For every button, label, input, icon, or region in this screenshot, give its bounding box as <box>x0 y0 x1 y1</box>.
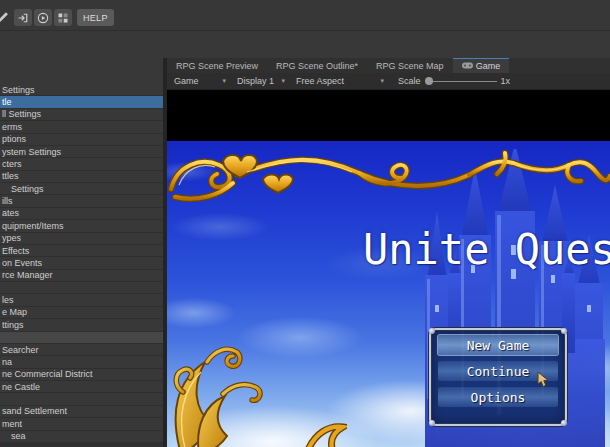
tab-label: RPG Scene Map <box>376 61 444 71</box>
list-item[interactable]: sea <box>0 431 163 443</box>
list-item-label: erms <box>2 122 22 132</box>
list-item[interactable]: Settings <box>0 183 163 195</box>
window-corner-ornament <box>429 420 435 426</box>
slider-track <box>425 81 497 82</box>
list-item-label: Searcher <box>2 345 39 355</box>
game-viewport: Unite Ques New Game <box>167 90 610 447</box>
list-item[interactable]: tle <box>0 96 163 108</box>
tab[interactable]: RPG Scene Preview <box>167 58 267 73</box>
chevron-down-icon: ▾ <box>281 77 285 85</box>
scale-label: Scale <box>398 76 421 86</box>
game-mode-value: Game <box>174 76 199 86</box>
list-item-label: sand Settlement <box>2 406 67 416</box>
list-item-label: cters <box>2 159 22 169</box>
aspect-value: Free Aspect <box>296 76 344 86</box>
slider-handle[interactable] <box>425 77 433 85</box>
list-item[interactable]: na <box>0 356 163 368</box>
help-button[interactable]: HELP <box>77 9 114 26</box>
display-dropdown[interactable]: Display 1 ▾ <box>234 74 288 88</box>
tab-bar: RPG Scene Preview RPG Scene Outline* RPG… <box>167 58 610 73</box>
window-corner-ornament <box>561 420 567 426</box>
list-item-label: sea <box>11 431 26 441</box>
scale-slider[interactable] <box>425 76 497 86</box>
game-title: Unite Ques <box>363 225 610 274</box>
list-item-label: Effects <box>2 246 29 256</box>
list-item[interactable]: ills <box>0 195 163 207</box>
layout-grid-icon[interactable] <box>54 9 72 26</box>
sidebar-footer <box>0 443 163 447</box>
list-item-label: ne Castle <box>2 382 40 392</box>
list-item-label: quipment/Items <box>2 221 64 231</box>
list-item-label: Settings <box>11 184 44 194</box>
list-item-label: ypes <box>2 233 21 243</box>
list-item-label: Settings <box>2 85 35 95</box>
list-item-label: ystem Settings <box>2 147 61 157</box>
game-view-toolbar: Game ▾ Display 1 ▾ Free Aspect ▾ Scale 1… <box>167 73 610 90</box>
menu-item-label: Continue <box>467 364 530 379</box>
ornament-bottom-left <box>167 322 275 447</box>
aspect-dropdown[interactable]: Free Aspect ▾ <box>293 74 387 88</box>
list-item[interactable]: ll Settings <box>0 109 163 121</box>
list-item-label: na <box>2 357 12 367</box>
list-item[interactable]: ttles <box>0 171 163 183</box>
window-corner-ornament <box>561 328 567 334</box>
list-item[interactable]: rce Manager <box>0 270 163 282</box>
tab-label: RPG Scene Outline* <box>276 61 358 71</box>
list-item[interactable]: ystem Settings <box>0 146 163 158</box>
list-item[interactable]: erms <box>0 121 163 133</box>
play-circle-icon[interactable] <box>34 9 52 26</box>
editor-toolbar: HELP <box>0 0 610 31</box>
list-item[interactable]: Settings <box>0 84 163 96</box>
game-mode-dropdown[interactable]: Game ▾ <box>171 74 229 88</box>
list-item[interactable]: Effects <box>0 245 163 257</box>
scale-value: 1x <box>501 76 511 86</box>
list-item[interactable]: les <box>0 294 163 306</box>
menu-item[interactable]: New Game <box>438 335 558 355</box>
tab[interactable]: Game <box>453 58 510 73</box>
list-item-label: ne Commercial District <box>2 369 93 379</box>
list-item[interactable]: cters <box>0 158 163 170</box>
list-item[interactable]: Searcher <box>0 344 163 356</box>
list-item-label: ates <box>2 208 19 218</box>
list-item[interactable]: ment <box>0 418 163 430</box>
list-item[interactable]: ttings <box>0 319 163 331</box>
list-item[interactable]: ypes <box>0 233 163 245</box>
pencil-icon[interactable] <box>0 9 11 26</box>
list-item-label: ll Settings <box>2 109 41 119</box>
ornament-top <box>167 145 610 207</box>
list-item[interactable]: quipment/Items <box>0 220 163 232</box>
list-item-label: ttings <box>2 320 24 330</box>
game-panel: RPG Scene Preview RPG Scene Outline* RPG… <box>167 58 610 447</box>
list-item[interactable]: ptions <box>0 134 163 146</box>
gamepad-icon <box>462 62 473 69</box>
list-item-label: rce Manager <box>2 270 53 280</box>
tab[interactable]: RPG Scene Map <box>367 58 453 73</box>
app-window: HELP Settings tle ll Settings erms ption… <box>0 0 610 447</box>
list-item[interactable] <box>0 282 163 294</box>
cursor-arrow <box>537 371 551 388</box>
list-item[interactable] <box>0 393 163 405</box>
enter-icon[interactable] <box>14 9 32 26</box>
tab-label: RPG Scene Preview <box>176 61 258 71</box>
list-item[interactable]: ne Castle <box>0 381 163 393</box>
list-item-label: tle <box>2 97 12 107</box>
list-item[interactable]: ne Commercial District <box>0 369 163 381</box>
list-item[interactable]: e Map <box>0 307 163 319</box>
ornament-bottom-curl <box>305 414 347 447</box>
chevron-down-icon: ▾ <box>380 77 384 85</box>
list-item-label: ttles <box>2 171 19 181</box>
list-item[interactable] <box>0 332 163 344</box>
tab-label: Game <box>476 61 501 71</box>
menu-item-label: Options <box>471 390 526 405</box>
database-list: Settings tle ll Settings erms ptions yst… <box>0 84 163 443</box>
list-item-label: on Events <box>2 258 42 268</box>
game-scene: Unite Ques New Game <box>167 141 610 447</box>
list-item[interactable]: sand Settlement <box>0 406 163 418</box>
menu-item-label: New Game <box>467 338 530 353</box>
menu-item[interactable]: Options <box>438 387 558 407</box>
list-item[interactable]: ates <box>0 208 163 220</box>
list-item[interactable]: on Events <box>0 257 163 269</box>
display-value: Display 1 <box>237 76 274 86</box>
tab[interactable]: RPG Scene Outline* <box>267 58 367 73</box>
list-item-label: ills <box>2 196 13 206</box>
